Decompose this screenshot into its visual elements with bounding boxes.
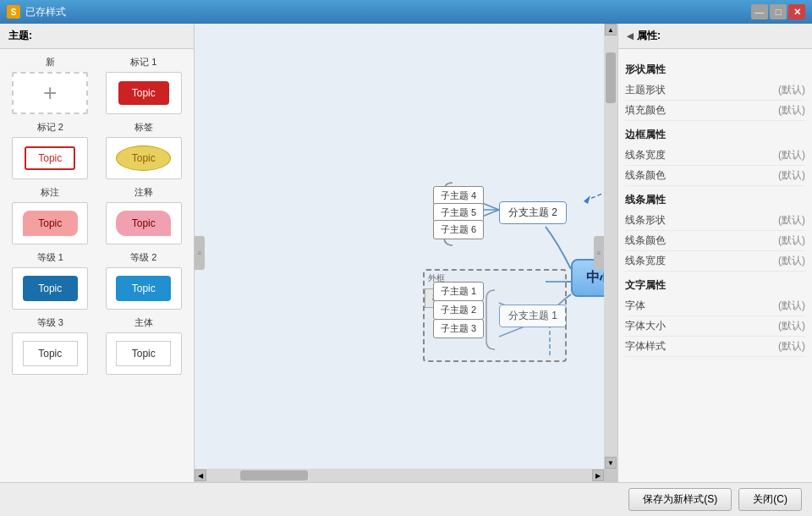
style-label-tag2: 标记 2 bbox=[37, 121, 63, 134]
prop-value: (默认) bbox=[778, 299, 805, 313]
close-button-bottom[interactable]: 关闭(C) bbox=[738, 488, 802, 511]
scroll-thumb-v[interactable] bbox=[606, 52, 616, 103]
comment-preview: Topic bbox=[116, 211, 171, 236]
style-item-level1: 等级 1 Topic bbox=[7, 251, 94, 310]
style-box-level2[interactable]: Topic bbox=[106, 267, 182, 310]
body-preview: Topic bbox=[116, 341, 171, 366]
right-panel-header: ◀ 属性: bbox=[618, 24, 812, 49]
prop-row: 填充颜色(默认) bbox=[625, 101, 805, 121]
level1-preview: Topic bbox=[23, 276, 78, 301]
left-drag-handle[interactable]: ≡ bbox=[195, 236, 205, 270]
label-preview: Topic bbox=[116, 145, 171, 171]
style-box-tag2[interactable]: Topic bbox=[12, 137, 88, 179]
sub1-3[interactable]: 子主题 3 bbox=[433, 319, 484, 338]
style-item-tag1: 标记 1 Topic bbox=[101, 56, 188, 114]
style-label-level2: 等级 2 bbox=[130, 251, 156, 264]
left-panel: 主题: 新 + 标记 1 Topic 标记 2 bbox=[0, 24, 195, 482]
style-item-annotation: 标注 Topic bbox=[7, 186, 94, 244]
prop-section-title: 文字属性 bbox=[625, 278, 805, 293]
prop-row: 线条宽度(默认) bbox=[625, 145, 805, 166]
style-label-new: 新 bbox=[46, 56, 55, 69]
main-layout: 主题: 新 + 标记 1 Topic 标记 2 bbox=[0, 24, 812, 482]
prop-section-title: 形状属性 bbox=[625, 63, 805, 77]
style-list: 新 + 标记 1 Topic 标记 2 Topic bbox=[0, 49, 194, 482]
style-label-label: 标签 bbox=[134, 121, 153, 134]
collapse-arrow[interactable]: ◀ bbox=[627, 31, 634, 41]
prop-value: (默认) bbox=[778, 168, 805, 183]
scroll-right-arrow[interactable]: ▶ bbox=[592, 469, 604, 481]
style-box-body[interactable]: Topic bbox=[106, 332, 182, 375]
title-bar: S 已存样式 — □ ✕ bbox=[0, 0, 812, 24]
style-label-annotation: 标注 bbox=[41, 186, 59, 199]
prop-row: 线条宽度(默认) bbox=[625, 251, 805, 272]
properties-content: 形状属性主题形状(默认)填充颜色(默认)边框属性线条宽度(默认)线条颜色(默认)… bbox=[618, 49, 812, 482]
prop-name: 填充颜色 bbox=[625, 103, 666, 118]
sub1-2[interactable]: 子主题 2 bbox=[433, 300, 484, 320]
mindmap-svg bbox=[195, 24, 604, 469]
style-box-tag1[interactable]: Topic bbox=[106, 72, 182, 114]
prop-row: 线条形状(默认) bbox=[625, 211, 805, 231]
prop-name: 字体样式 bbox=[625, 339, 666, 354]
horizontal-scrollbar[interactable]: ◀ ▶ bbox=[195, 469, 604, 482]
prop-section-title: 边框属性 bbox=[625, 128, 805, 142]
annotation-preview: Topic bbox=[23, 211, 78, 236]
prop-row: 线条颜色(默认) bbox=[625, 166, 805, 186]
mindmap-container[interactable]: 中心主题 分支主题 2 分支主题 1 自由主题 概要 子主题 4 bbox=[195, 24, 604, 469]
save-new-button[interactable]: 保存为新样式(S) bbox=[628, 488, 732, 511]
maximize-button[interactable]: □ bbox=[770, 4, 787, 19]
style-label-level1: 等级 1 bbox=[37, 251, 63, 264]
scroll-down-arrow[interactable]: ▼ bbox=[605, 457, 617, 469]
style-label-tag1: 标记 1 bbox=[130, 56, 156, 69]
prop-value: (默认) bbox=[778, 233, 805, 248]
prop-name: 线条宽度 bbox=[625, 148, 666, 162]
bottom-bar: 保存为新样式(S) 关闭(C) bbox=[0, 482, 812, 516]
prop-value: (默认) bbox=[778, 319, 805, 333]
right-drag-handle[interactable]: ≡ bbox=[594, 236, 604, 270]
canvas-area: 中心主题 分支主题 2 分支主题 1 自由主题 概要 子主题 4 bbox=[195, 24, 617, 482]
prop-value: (默认) bbox=[778, 254, 805, 268]
prop-name: 线条宽度 bbox=[625, 254, 666, 268]
style-grid: 新 + 标记 1 Topic 标记 2 Topic bbox=[7, 56, 187, 375]
tag2-preview: Topic bbox=[25, 146, 75, 170]
style-item-body: 主体 Topic bbox=[101, 316, 188, 375]
new-style-button[interactable]: + bbox=[12, 72, 88, 114]
right-panel: ◀ 属性: 形状属性主题形状(默认)填充颜色(默认)边框属性线条宽度(默认)线条… bbox=[617, 24, 812, 482]
vertical-scrollbar[interactable]: ▲ ▼ bbox=[604, 24, 617, 469]
style-box-annotation[interactable]: Topic bbox=[12, 202, 88, 244]
style-box-level1[interactable]: Topic bbox=[12, 267, 88, 310]
resize-grip bbox=[604, 469, 617, 482]
prop-row: 字体(默认) bbox=[625, 296, 805, 316]
style-label-level3: 等级 3 bbox=[37, 316, 63, 329]
level3-preview: Topic bbox=[23, 341, 78, 366]
app-icon: S bbox=[7, 5, 20, 19]
scroll-thumb-h[interactable] bbox=[240, 470, 308, 480]
tag1-preview: Topic bbox=[118, 81, 169, 105]
style-label-body: 主体 bbox=[134, 316, 153, 329]
prop-value: (默认) bbox=[778, 103, 805, 118]
style-label-comment: 注释 bbox=[134, 186, 153, 199]
node-branch2[interactable]: 分支主题 2 bbox=[499, 201, 567, 224]
level2-preview: Topic bbox=[116, 276, 171, 301]
sub1-1[interactable]: 子主题 1 bbox=[433, 282, 484, 301]
prop-name: 线条形状 bbox=[625, 213, 666, 228]
window-controls: — □ ✕ bbox=[751, 4, 805, 19]
prop-name: 字体大小 bbox=[625, 319, 666, 333]
window-title: 已存样式 bbox=[25, 5, 751, 19]
prop-value: (默认) bbox=[778, 83, 805, 97]
svg-line-6 bbox=[584, 163, 604, 201]
prop-row: 字体大小(默认) bbox=[625, 316, 805, 337]
style-box-comment[interactable]: Topic bbox=[106, 202, 182, 244]
sub2-3[interactable]: 子主题 6 bbox=[433, 220, 484, 239]
close-button[interactable]: ✕ bbox=[788, 4, 805, 19]
prop-value: (默认) bbox=[778, 339, 805, 354]
svg-marker-7 bbox=[584, 195, 590, 204]
prop-value: (默认) bbox=[778, 148, 805, 162]
style-item-label: 标签 Topic bbox=[101, 121, 188, 179]
minimize-button[interactable]: — bbox=[751, 4, 768, 19]
scroll-left-arrow[interactable]: ◀ bbox=[195, 469, 206, 481]
style-box-label[interactable]: Topic bbox=[106, 137, 182, 179]
style-box-level3[interactable]: Topic bbox=[12, 332, 88, 375]
scroll-up-arrow[interactable]: ▲ bbox=[605, 24, 617, 36]
props-container: 形状属性主题形状(默认)填充颜色(默认)边框属性线条宽度(默认)线条颜色(默认)… bbox=[625, 63, 805, 357]
style-item-level3: 等级 3 Topic bbox=[7, 316, 94, 375]
